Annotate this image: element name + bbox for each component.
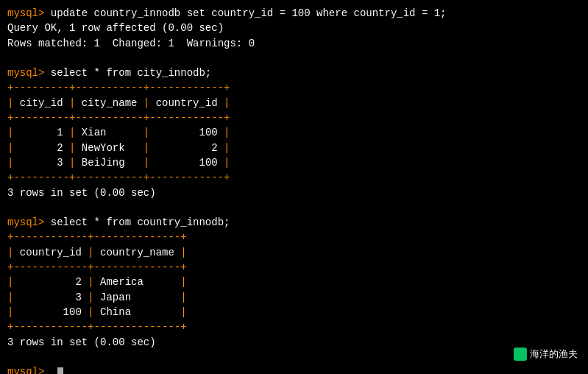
terminal: mysql> update country_innodb set country… <box>7 6 581 374</box>
watermark: 海洋的渔夫 <box>514 347 578 361</box>
watermark-text: 海洋的渔夫 <box>530 347 578 361</box>
terminal-pre: mysql> update country_innodb set country… <box>7 6 581 374</box>
wechat-icon <box>514 347 527 361</box>
